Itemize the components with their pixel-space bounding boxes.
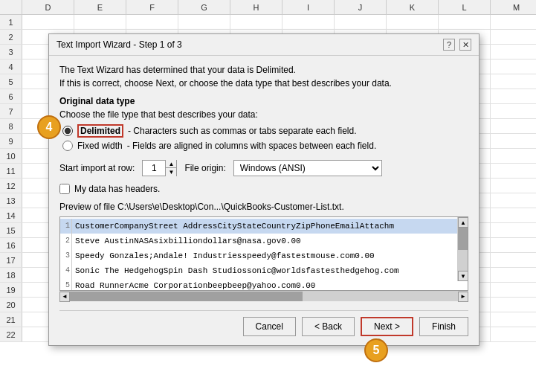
scroll-track-v[interactable] — [458, 228, 468, 271]
step-badge-4: 4 — [37, 115, 61, 139]
start-import-label: Start import at row: — [59, 163, 135, 173]
preview-row: 4Sonic The HedgehogSpin Dash Studiossoni… — [60, 263, 468, 278]
spinbox-up[interactable]: ▲ — [166, 160, 176, 168]
next-button[interactable]: Next > — [361, 317, 413, 336]
col-h: H — [230, 0, 282, 14]
col-l: L — [439, 0, 491, 14]
start-import-spinbox[interactable]: ▲ ▼ — [142, 160, 177, 176]
sheet-row: 1 — [0, 15, 536, 30]
col-m: M — [491, 0, 536, 14]
cancel-button[interactable]: Cancel — [243, 317, 296, 336]
preview-scrollbar-vertical[interactable]: ▲ ▼ — [457, 217, 468, 281]
section-label: Original data type — [59, 96, 468, 106]
delimited-desc: - Characters such as commas or tabs sepa… — [128, 126, 356, 136]
col-k: K — [387, 0, 439, 14]
spinbox-arrows: ▲ ▼ — [165, 160, 176, 176]
preview-label: Preview of file C:\Users\e\Desktop\Con..… — [59, 202, 468, 212]
file-origin-label: File origin: — [184, 163, 225, 173]
start-import-input[interactable] — [143, 161, 165, 176]
scroll-left-btn[interactable]: ◄ — [59, 292, 70, 302]
my-data-headers-label: My data has headers. — [74, 184, 160, 194]
finish-button[interactable]: Finish — [419, 317, 468, 336]
fixed-width-radio[interactable] — [62, 141, 73, 151]
spinbox-down[interactable]: ▼ — [166, 168, 176, 176]
preview-wrapper: 1CustomerCompanyStreet AddressCityStateC… — [59, 216, 468, 301]
delimited-row: Delimited - Characters such as commas or… — [62, 124, 468, 138]
preview-content: 1CustomerCompanyStreet AddressCityStateC… — [60, 217, 468, 291]
text-import-wizard-dialog: Text Import Wizard - Step 1 of 3 ? ✕ The… — [48, 33, 480, 346]
delimited-radio[interactable] — [62, 126, 73, 136]
col-i: I — [282, 0, 335, 14]
col-d: D — [22, 0, 74, 14]
file-origin-select[interactable]: Windows (ANSI) DOS or OS/2 (PC-8) Macint… — [233, 160, 382, 176]
close-button[interactable]: ✕ — [459, 39, 471, 51]
scroll-thumb-v[interactable] — [458, 228, 468, 250]
fixed-width-desc: - Fields are aligned in columns with spa… — [127, 141, 377, 151]
col-f: F — [126, 0, 178, 14]
fixed-width-row: Fixed width - Fields are aligned in colu… — [62, 141, 468, 151]
dialog-body: The Text Wizard has determined that your… — [49, 56, 479, 345]
dialog-title: Text Import Wizard - Step 1 of 3 — [56, 39, 182, 50]
preview-scrollbar-horizontal[interactable]: ◄ ► — [59, 291, 468, 301]
button-row: Cancel < Back Next > Finish — [59, 310, 468, 336]
choose-label: Choose the file type that best describes… — [59, 109, 468, 120]
back-button[interactable]: < Back — [302, 317, 355, 336]
my-data-headers-checkbox[interactable] — [59, 184, 70, 194]
preview-box: 1CustomerCompanyStreet AddressCityStateC… — [59, 216, 468, 291]
preview-row: 5Road RunnerAcme Corporationbeepbeep@yah… — [60, 278, 468, 291]
scroll-track-h[interactable] — [70, 292, 458, 301]
preview-row: 1CustomerCompanyStreet AddressCityStateC… — [60, 219, 468, 234]
radio-group: Delimited - Characters such as commas or… — [62, 124, 468, 151]
fixed-width-label: Fixed width — [77, 141, 123, 151]
step-badge-5: 5 — [364, 338, 388, 362]
info-line2: If this is correct, choose Next, or choo… — [59, 78, 468, 89]
col-e: E — [74, 0, 126, 14]
scroll-thumb-h — [70, 292, 303, 301]
scroll-up-btn[interactable]: ▲ — [458, 217, 468, 228]
info-line1: The Text Wizard has determined that your… — [59, 65, 468, 75]
dialog-controls: ? ✕ — [443, 39, 471, 51]
col-g: G — [178, 0, 230, 14]
delimited-label: Delimited — [77, 124, 123, 138]
preview-row: 2Steve AustinNASAsixbilliondollars@nasa.… — [60, 234, 468, 248]
my-data-headers-row: My data has headers. — [59, 184, 468, 194]
row-num-header — [0, 0, 22, 14]
col-j: J — [335, 0, 387, 14]
sheet-column-headers: D E F G H I J K L M N — [0, 0, 536, 15]
help-button[interactable]: ? — [443, 39, 455, 51]
scroll-right-btn[interactable]: ► — [458, 292, 468, 302]
dialog-titlebar: Text Import Wizard - Step 1 of 3 ? ✕ — [49, 34, 479, 56]
preview-row: 3Speedy Gonzales;Andale! Industriesspeed… — [60, 248, 468, 263]
scroll-down-btn[interactable]: ▼ — [458, 271, 468, 281]
import-settings-row: Start import at row: ▲ ▼ File origin: Wi… — [59, 160, 468, 176]
